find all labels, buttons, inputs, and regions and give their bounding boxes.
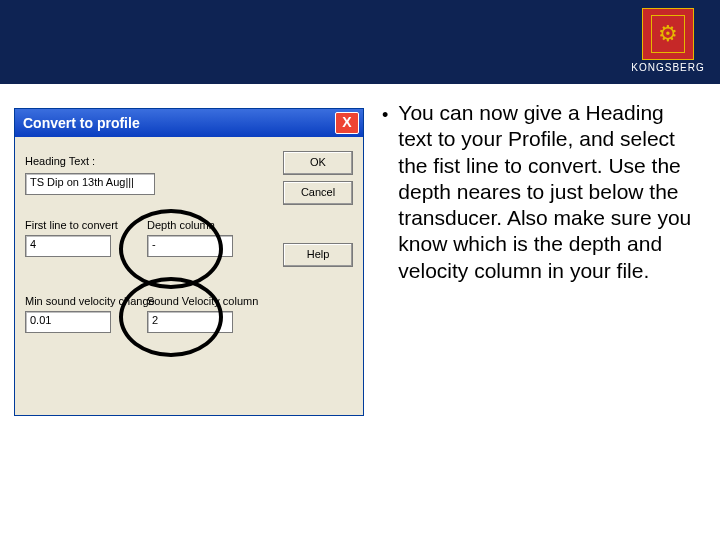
- annotation-circle-velocity: [119, 277, 223, 357]
- close-icon[interactable]: X: [335, 112, 359, 134]
- bullet-icon: •: [382, 104, 388, 127]
- instruction-paragraph: • You can now give a Heading text to you…: [380, 100, 702, 284]
- convert-to-profile-dialog: Convert to profile X Heading Text : TS D…: [14, 108, 364, 416]
- brand-name: KONGSBERG: [628, 62, 708, 73]
- slide-body: Convert to profile X Heading Text : TS D…: [0, 84, 720, 540]
- heading-text-label: Heading Text :: [25, 155, 95, 167]
- dialog-title: Convert to profile: [23, 115, 335, 131]
- brand-emblem-icon: [642, 8, 694, 60]
- help-button[interactable]: Help: [283, 243, 353, 267]
- min-sv-change-input[interactable]: 0.01: [25, 311, 111, 333]
- instruction-text: You can now give a Heading text to your …: [398, 100, 702, 284]
- heading-text-input[interactable]: TS Dip on 13th Aug|||: [25, 173, 155, 195]
- first-line-label: First line to convert: [25, 219, 118, 231]
- brand-logo: KONGSBERG: [628, 8, 708, 73]
- dialog-titlebar[interactable]: Convert to profile X: [15, 109, 363, 137]
- cancel-button[interactable]: Cancel: [283, 181, 353, 205]
- slide-header: KONGSBERG: [0, 0, 720, 84]
- ok-button[interactable]: OK: [283, 151, 353, 175]
- first-line-input[interactable]: 4: [25, 235, 111, 257]
